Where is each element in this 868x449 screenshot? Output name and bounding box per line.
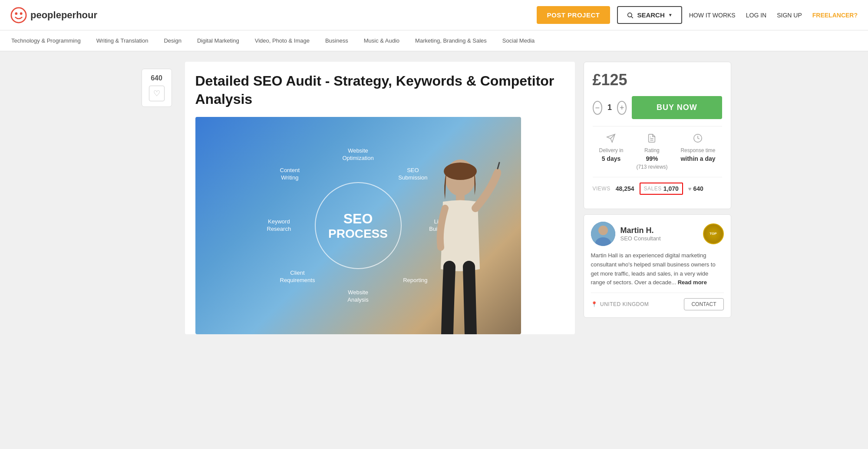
sales-label: SALES	[644, 186, 662, 192]
read-more-link[interactable]: Read more	[678, 279, 707, 286]
diagram-label-1: WebsiteOptimization	[342, 147, 373, 162]
quantity-row: − 1 + BUY NOW	[593, 96, 722, 119]
sales-value: 1,070	[663, 185, 679, 192]
woman-figure	[417, 152, 504, 334]
diagram-center: SEO PROCESS	[328, 211, 388, 241]
seller-info: Martin H. SEO Consultant TOP	[591, 222, 724, 246]
woman-svg	[417, 152, 504, 334]
seller-name[interactable]: Martin H.	[620, 226, 661, 235]
seller-title: SEO Consultant	[620, 235, 661, 242]
category-nav: Technology & Programming Writing & Trans…	[0, 30, 868, 51]
seo-diagram: SEO PROCESS WebsiteOptimization SEOSubmi…	[276, 143, 441, 308]
main-content: 640 ♡ Detailed SEO Audit - Strategy, Key…	[130, 51, 738, 345]
response-stat: Response time within a day	[680, 133, 715, 170]
sales-highlight: SALES 1,070	[640, 183, 683, 195]
location-text: UNITED KINGDOM	[600, 301, 649, 307]
views-value: 48,254	[616, 185, 634, 192]
quantity-decrease-button[interactable]: −	[593, 101, 602, 115]
response-value: within a day	[680, 155, 715, 162]
category-writing[interactable]: Writing & Translation	[96, 37, 149, 44]
quantity-value: 1	[607, 103, 612, 112]
how-it-works-link[interactable]: HOW IT WORKS	[689, 12, 736, 19]
heart-metric-icon: ♥	[688, 186, 692, 192]
diagram-label-5: WebsiteAnalysis	[347, 289, 368, 304]
chevron-down-icon: ▼	[668, 13, 673, 17]
signup-link[interactable]: SIGN UP	[777, 12, 802, 19]
seller-details: Martin H. SEO Consultant	[620, 226, 661, 242]
svg-point-2	[20, 12, 23, 15]
product-area: Detailed SEO Audit - Strategy, Keywords …	[185, 62, 575, 334]
header-nav: HOW IT WORKS LOG IN SIGN UP FREELANCER?	[689, 12, 858, 19]
avatar-image	[591, 222, 615, 246]
location-pin-icon: 📍	[591, 301, 598, 307]
category-design[interactable]: Design	[163, 37, 182, 44]
quantity-increase-button[interactable]: +	[617, 101, 627, 115]
likes-box: 640 ♡	[142, 69, 172, 107]
process-label: PROCESS	[328, 227, 388, 241]
buy-now-button[interactable]: BUY NOW	[632, 96, 722, 119]
stats-row: Delivery in 5 days Rating 99%	[593, 126, 722, 170]
delivery-value: 5 days	[602, 155, 621, 162]
diagram-label-8: ContentWriting	[280, 167, 300, 182]
top-rated-badge: TOP	[703, 223, 724, 244]
svg-point-3	[628, 13, 632, 17]
rating-reviews: (713 reviews)	[636, 164, 667, 170]
diagram-label-6: ClientRequirements	[280, 269, 315, 284]
svg-line-8	[498, 163, 499, 169]
heart-icon: ♡	[153, 89, 160, 98]
freelancer-link[interactable]: FREELANCER?	[812, 12, 858, 19]
delivery-icon	[606, 133, 616, 146]
product-image: SEO PROCESS WebsiteOptimization SEOSubmi…	[195, 117, 521, 334]
seo-label: SEO	[328, 211, 388, 227]
post-project-button[interactable]: POST PROJECT	[537, 6, 611, 24]
likes-count: 640	[151, 74, 162, 82]
category-music[interactable]: Music & Audio	[363, 37, 400, 44]
svg-point-16	[598, 226, 608, 235]
svg-point-9	[444, 163, 477, 180]
category-technology[interactable]: Technology & Programming	[10, 37, 82, 44]
delivery-stat: Delivery in 5 days	[599, 133, 623, 170]
response-icon	[693, 133, 703, 146]
price-box: £125 − 1 + BUY NOW Delivery in 5 days	[584, 62, 731, 209]
category-social[interactable]: Social Media	[502, 37, 535, 44]
svg-point-7	[494, 169, 501, 176]
heart-metric: ♥ 640	[688, 185, 703, 192]
logo[interactable]: peopleperhour	[10, 7, 97, 23]
search-icon	[627, 12, 634, 19]
category-marketing[interactable]: Marketing, Branding & Sales	[414, 37, 488, 44]
product-title: Detailed SEO Audit - Strategy, Keywords …	[195, 72, 564, 108]
heart-metric-value: 640	[693, 185, 703, 192]
svg-line-4	[631, 17, 633, 18]
metrics-row: VIEWS 48,254 SALES 1,070 ♥ 640	[593, 177, 722, 200]
category-video[interactable]: Video, Photo & Image	[254, 37, 310, 44]
seller-location: 📍 UNITED KINGDOM CONTACT	[591, 293, 724, 310]
logo-icon	[10, 7, 27, 23]
price-display: £125	[593, 71, 722, 89]
logo-text: peopleperhour	[30, 10, 97, 21]
contact-button[interactable]: CONTACT	[684, 298, 723, 310]
svg-point-0	[11, 7, 26, 22]
left-sidebar: 640 ♡	[137, 62, 176, 107]
seller-avatar[interactable]	[591, 222, 615, 246]
rating-value: 99%	[646, 155, 658, 162]
seller-bio: Martin Hall is an experienced digital ma…	[591, 251, 724, 287]
rating-stat: Rating 99% (713 reviews)	[636, 133, 667, 170]
rating-label: Rating	[644, 147, 660, 153]
right-sidebar: £125 − 1 + BUY NOW Delivery in 5 days	[584, 62, 731, 318]
login-link[interactable]: LOG IN	[746, 12, 766, 19]
rating-icon	[647, 133, 657, 146]
response-label: Response time	[680, 147, 715, 153]
svg-point-1	[15, 12, 17, 15]
diagram-label-7: KeywordResearch	[267, 218, 291, 233]
views-label: VIEWS	[593, 186, 611, 192]
category-business[interactable]: Business	[324, 37, 349, 44]
category-digital-marketing[interactable]: Digital Marketing	[196, 37, 240, 44]
seller-box: Martin H. SEO Consultant TOP Martin Hall…	[584, 214, 731, 318]
search-button[interactable]: SEARCH ▼	[617, 6, 682, 24]
header: peopleperhour POST PROJECT SEARCH ▼ HOW …	[0, 0, 868, 30]
like-button[interactable]: ♡	[149, 86, 165, 101]
delivery-label: Delivery in	[599, 147, 623, 153]
